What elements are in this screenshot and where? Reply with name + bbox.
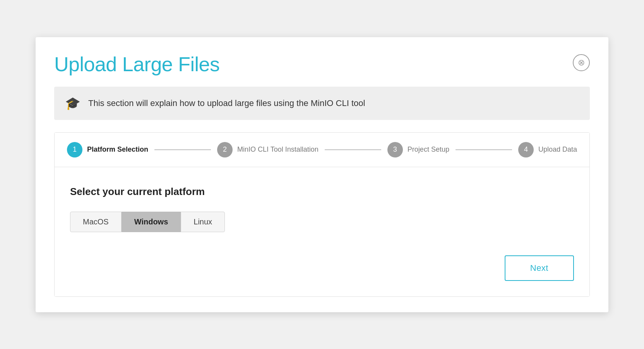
- modal: Upload Large Files ⊗ 🎓 This section will…: [36, 37, 608, 312]
- step-circle-3: 3: [387, 142, 403, 157]
- step-connector-3: [456, 149, 512, 150]
- step-connector-2: [325, 149, 381, 150]
- platform-tab-macos[interactable]: MacOS: [70, 212, 122, 232]
- info-banner: 🎓 This section will explain how to uploa…: [54, 87, 590, 120]
- step-item-2: 2 MinIO CLI Tool Installation: [217, 142, 319, 157]
- step-label-1: Platform Selection: [87, 145, 148, 154]
- close-icon: ⊗: [578, 58, 585, 68]
- stepper-header: 1 Platform Selection 2 MinIO CLI Tool In…: [55, 133, 589, 167]
- platform-tab-linux[interactable]: Linux: [181, 212, 225, 232]
- step-label-4: Upload Data: [538, 145, 577, 154]
- graduation-cap-icon: 🎓: [65, 96, 80, 111]
- step-item-1: 1 Platform Selection: [67, 142, 148, 157]
- step-circle-1: 1: [67, 142, 82, 157]
- section-title: Select your current platform: [70, 186, 574, 198]
- platform-tab-windows[interactable]: Windows: [122, 212, 181, 232]
- platform-tabs: MacOS Windows Linux: [70, 212, 574, 232]
- page-title: Upload Large Files: [54, 53, 219, 76]
- step-number-4: 4: [524, 145, 528, 154]
- info-banner-text: This section will explain how to upload …: [88, 98, 365, 108]
- step-number-2: 2: [223, 145, 227, 154]
- step-circle-2: 2: [217, 142, 233, 157]
- close-button[interactable]: ⊗: [573, 54, 590, 71]
- stepper-section: 1 Platform Selection 2 MinIO CLI Tool In…: [54, 132, 590, 297]
- stepper-content: Select your current platform MacOS Windo…: [55, 167, 589, 296]
- step-number-3: 3: [393, 145, 397, 154]
- step-item-4: 4 Upload Data: [518, 142, 577, 157]
- step-connector-1: [154, 149, 211, 150]
- step-item-3: 3 Project Setup: [387, 142, 449, 157]
- step-number-1: 1: [73, 145, 77, 154]
- step-label-2: MinIO CLI Tool Installation: [237, 145, 319, 154]
- step-label-3: Project Setup: [408, 145, 449, 154]
- footer-row: Next: [70, 255, 574, 281]
- next-button[interactable]: Next: [505, 255, 574, 281]
- modal-header: Upload Large Files ⊗: [54, 53, 590, 76]
- step-circle-4: 4: [518, 142, 534, 157]
